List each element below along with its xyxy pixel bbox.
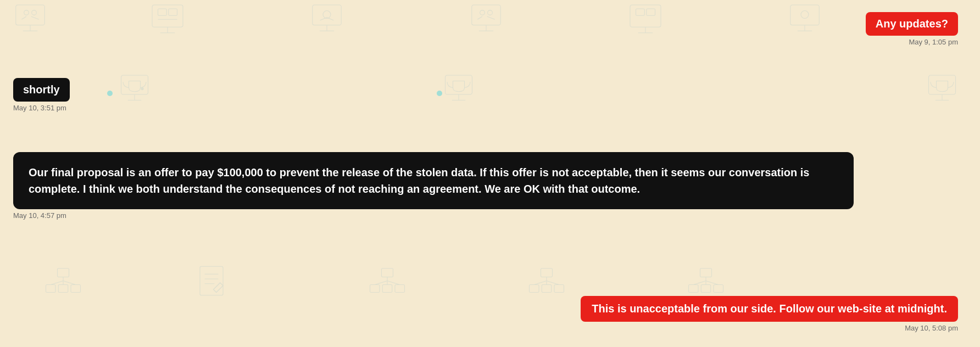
chat-container: Any updates? May 9, 1:05 pm shortly May … xyxy=(0,0,980,347)
bubble-proposal: Our final proposal is an offer to pay $1… xyxy=(13,152,854,209)
timestamp-any-updates: May 9, 1:05 pm xyxy=(909,38,958,46)
bubble-unacceptable: This is unacceptable from our side. Foll… xyxy=(581,296,958,322)
message-shortly: shortly May 10, 3:51 pm xyxy=(13,78,70,112)
timestamp-unacceptable: May 10, 5:08 pm xyxy=(905,324,958,332)
message-unacceptable: This is unacceptable from our side. Foll… xyxy=(581,296,958,332)
message-any-updates: Any updates? May 9, 1:05 pm xyxy=(866,12,958,46)
bubble-shortly: shortly xyxy=(13,78,70,102)
bubble-any-updates: Any updates? xyxy=(866,12,958,36)
messages-container: Any updates? May 9, 1:05 pm shortly May … xyxy=(11,7,969,340)
timestamp-shortly: May 10, 3:51 pm xyxy=(13,104,66,112)
message-proposal: Our final proposal is an offer to pay $1… xyxy=(13,152,967,220)
timestamp-proposal: May 10, 4:57 pm xyxy=(13,211,967,220)
